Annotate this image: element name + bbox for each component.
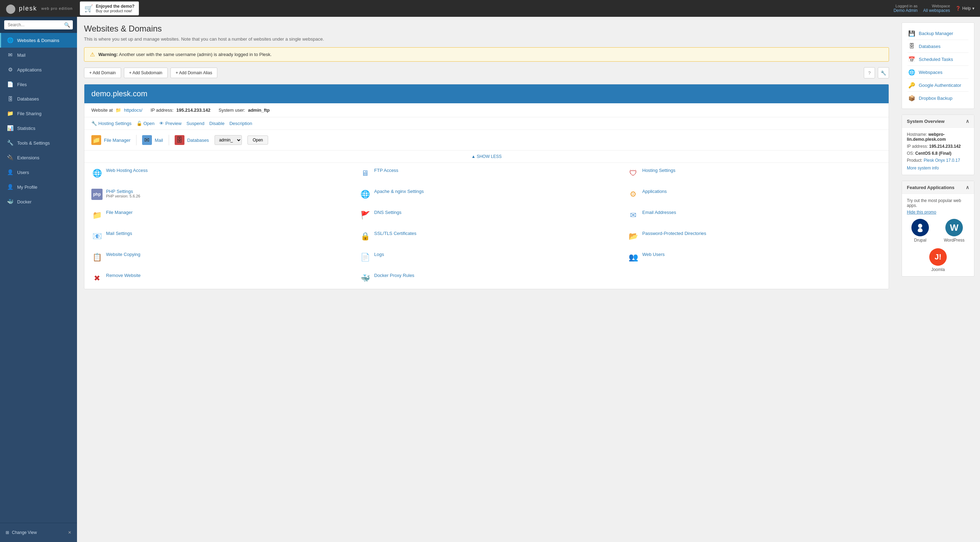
file-manager-feat-link[interactable]: File Manager <box>106 210 133 215</box>
google-auth-link[interactable]: Google Authenticator <box>919 83 961 88</box>
ftp-link[interactable]: FTP Access <box>374 168 398 173</box>
feature-password-dirs[interactable]: 📂 Password-Protected Directories <box>620 226 889 247</box>
databases-ql-link[interactable]: Databases <box>919 44 940 49</box>
remove-website-link[interactable]: Remove Website <box>106 273 141 278</box>
feature-docker-proxy[interactable]: 🐳 Docker Proxy Rules <box>352 268 620 289</box>
password-dirs-link[interactable]: Password-Protected Directories <box>642 231 706 236</box>
quicklink-google-auth[interactable]: 🔑 Google Authenticator <box>908 79 969 92</box>
right-panel: 💾 Backup Manager 🗄 Databases 📅 Scheduled… <box>896 17 980 542</box>
php-link[interactable]: PHP Settings <box>106 189 133 194</box>
settings-icon-button[interactable]: 🔧 <box>878 67 889 78</box>
file-manager-app[interactable]: 📁 File Manager <box>91 135 130 145</box>
sidebar-item-myprofile[interactable]: 👤 My Profile <box>0 180 77 194</box>
more-system-info-link[interactable]: More system info <box>907 166 969 171</box>
hosting-settings-link[interactable]: 🔧 Hosting Settings <box>91 121 132 126</box>
mail-app[interactable]: ✉ Mail <box>142 135 163 145</box>
quicklink-backup[interactable]: 💾 Backup Manager <box>908 27 969 40</box>
sidebar-item-mail[interactable]: ✉ Mail <box>0 48 77 62</box>
db-open-button[interactable]: Open <box>247 136 268 145</box>
backup-link[interactable]: Backup Manager <box>919 31 953 36</box>
promo-banner[interactable]: 🛒 Enjoyed the demo? Buy our product now! <box>80 2 139 15</box>
drupal-label: Drupal <box>914 238 926 242</box>
web-users-link[interactable]: Web Users <box>642 252 665 257</box>
change-view-button[interactable]: ⊞ Change View ✕ <box>0 527 77 539</box>
apache-link[interactable]: Apache & nginx Settings <box>374 189 424 194</box>
ssl-link[interactable]: SSL/TLS Certificates <box>374 231 417 236</box>
sidebar-item-tools[interactable]: 🔧 Tools & Settings <box>0 136 77 150</box>
feature-php-settings[interactable]: php PHP Settings PHP version: 5.6.26 <box>84 184 352 205</box>
databases-app[interactable]: 🗄 Databases <box>175 135 209 145</box>
feature-web-users[interactable]: 👥 Web Users <box>620 247 889 268</box>
sidebar-item-extensions[interactable]: 🔌 Extensions <box>0 150 77 165</box>
dns-link[interactable]: DNS Settings <box>374 210 401 215</box>
sidebar-item-files[interactable]: 📄 Files <box>0 77 77 92</box>
quicklink-scheduled-tasks[interactable]: 📅 Scheduled Tasks <box>908 53 969 66</box>
quicklink-dropbox[interactable]: 📦 Dropbox Backup <box>908 92 969 104</box>
databases-link[interactable]: Databases <box>187 138 209 143</box>
webspace-value[interactable]: All webspaces <box>923 8 950 13</box>
docker-proxy-link[interactable]: Docker Proxy Rules <box>374 273 414 278</box>
feature-ssl-certificates[interactable]: 🔒 SSL/TLS Certificates <box>352 226 620 247</box>
sidebar-item-filesharing[interactable]: 📁 File Sharing <box>0 106 77 121</box>
hide-promo-link[interactable]: Hide this promo <box>907 210 936 215</box>
quicklink-webspaces[interactable]: 🌐 Webspaces <box>908 66 969 79</box>
collapse-featured-icon[interactable]: ∧ <box>966 185 969 190</box>
sidebar-item-statistics[interactable]: 📊 Statistics <box>0 121 77 136</box>
product-value[interactable]: Plesk Onyx 17.0.17 <box>924 158 960 163</box>
mail-link[interactable]: Mail <box>155 138 163 143</box>
feature-dns-settings[interactable]: 🚩 DNS Settings <box>352 205 620 226</box>
show-less-button[interactable]: ▲ SHOW LESS <box>84 151 889 163</box>
feature-web-hosting-access[interactable]: 🌐 Web Hosting Access <box>84 163 352 184</box>
preview-link[interactable]: 👁 Preview <box>159 121 181 126</box>
email-link[interactable]: Email Addresses <box>642 210 676 215</box>
collapse-system-icon[interactable]: ∧ <box>966 118 969 124</box>
feature-email-addresses[interactable]: ✉ Email Addresses <box>620 205 889 226</box>
scheduled-tasks-link[interactable]: Scheduled Tasks <box>919 57 953 62</box>
feature-applications[interactable]: ⚙ Applications <box>620 184 889 205</box>
hosting-settings-feat-link[interactable]: Hosting Settings <box>642 168 676 173</box>
sidebar-item-docker[interactable]: 🐳 Docker <box>0 194 77 209</box>
website-copying-link[interactable]: Website Copying <box>106 252 140 257</box>
add-domain-button[interactable]: + Add Domain <box>84 68 121 78</box>
feature-hosting-settings[interactable]: 🛡 Hosting Settings <box>620 163 889 184</box>
joomla-app[interactable]: J! Joomla <box>929 248 947 272</box>
database-select[interactable]: admin_ <box>215 135 242 145</box>
help-icon-button[interactable]: ? <box>864 67 875 78</box>
description-link[interactable]: Description <box>229 121 252 126</box>
sidebar-item-users[interactable]: 👤 Users <box>0 165 77 180</box>
feature-mail-settings[interactable]: 📧 Mail Settings <box>84 226 352 247</box>
feature-ftp-access[interactable]: 🖥 FTP Access <box>352 163 620 184</box>
wordpress-app[interactable]: W WordPress <box>944 219 965 242</box>
drupal-app[interactable]: Drupal <box>912 219 929 242</box>
logs-link[interactable]: Logs <box>374 252 384 257</box>
dropbox-link[interactable]: Dropbox Backup <box>919 96 952 101</box>
help-button[interactable]: ❓ Help ▾ <box>956 6 974 11</box>
webspaces-link[interactable]: Webspaces <box>919 70 943 75</box>
open-link[interactable]: 🔓 Open <box>137 121 155 126</box>
mail-settings-link[interactable]: Mail Settings <box>106 231 132 236</box>
user-name[interactable]: Demo Admin <box>894 8 918 13</box>
applications-feat-link[interactable]: Applications <box>642 189 667 194</box>
web-hosting-link[interactable]: Web Hosting Access <box>106 168 148 173</box>
feature-logs[interactable]: 📄 Logs <box>352 247 620 268</box>
add-subdomain-button[interactable]: + Add Subdomain <box>124 68 168 78</box>
sidebar-item-applications[interactable]: ⚙ Applications <box>0 62 77 77</box>
featured-apps-content: Try out the most popular web apps. Hide … <box>902 194 974 276</box>
system-overview-panel: System Overview ∧ Hostname: webpro-lin.d… <box>902 115 974 175</box>
feature-website-copying[interactable]: 📋 Website Copying <box>84 247 352 268</box>
file-manager-link[interactable]: File Manager <box>104 138 130 143</box>
search-input[interactable] <box>4 20 73 29</box>
system-overview-header: System Overview ∧ <box>902 115 974 128</box>
close-icon[interactable]: ✕ <box>68 530 72 535</box>
feature-file-manager[interactable]: 📁 File Manager <box>84 205 352 226</box>
feature-remove-website[interactable]: ✖ Remove Website <box>84 268 352 289</box>
httpdocs-link[interactable]: httpdocs/ <box>124 107 142 113</box>
suspend-link[interactable]: Suspend <box>186 121 204 126</box>
sidebar-item-websites[interactable]: 🌐 Websites & Domains <box>0 33 77 48</box>
quicklink-databases[interactable]: 🗄 Databases <box>908 40 969 53</box>
feature-apache-nginx[interactable]: 🌐 Apache & nginx Settings <box>352 184 620 205</box>
disable-link[interactable]: Disable <box>209 121 224 126</box>
add-domain-alias-button[interactable]: + Add Domain Alias <box>170 68 217 78</box>
sidebar-item-databases[interactable]: 🗄 Databases <box>0 92 77 106</box>
logs-icon: 📄 <box>360 252 371 263</box>
